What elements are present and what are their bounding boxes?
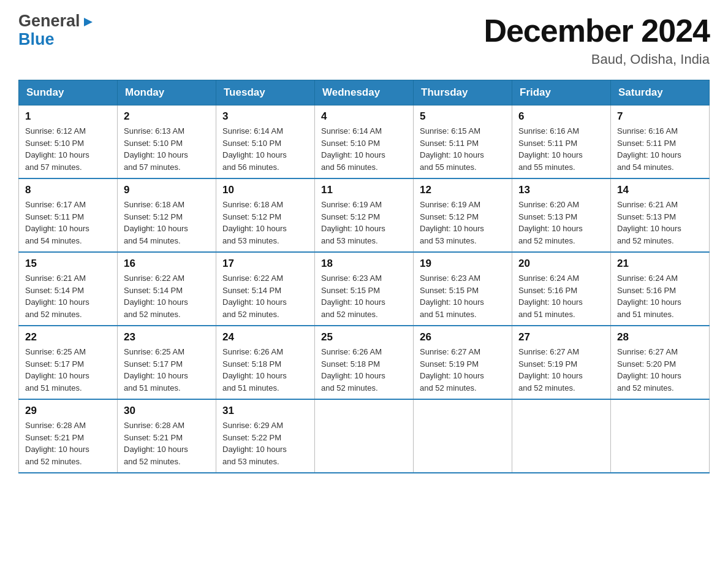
calendar-cell: 20 Sunrise: 6:24 AMSunset: 5:16 PMDaylig… (512, 252, 611, 326)
day-info: Sunrise: 6:22 AMSunset: 5:14 PMDaylight:… (222, 274, 287, 319)
day-info: Sunrise: 6:19 AMSunset: 5:12 PMDaylight:… (420, 200, 484, 245)
calendar-cell: 13 Sunrise: 6:20 AMSunset: 5:13 PMDaylig… (512, 178, 611, 252)
day-info: Sunrise: 6:18 AMSunset: 5:12 PMDaylight:… (124, 200, 188, 245)
day-number: 16 (124, 258, 210, 270)
calendar-week-row: 8 Sunrise: 6:17 AMSunset: 5:11 PMDayligh… (19, 178, 710, 252)
page-subtitle: Baud, Odisha, India (483, 52, 710, 67)
day-number: 7 (617, 110, 703, 123)
day-info: Sunrise: 6:28 AMSunset: 5:21 PMDaylight:… (25, 421, 89, 466)
day-info: Sunrise: 6:17 AMSunset: 5:11 PMDaylight:… (25, 200, 89, 245)
svg-marker-0 (84, 18, 93, 26)
day-info: Sunrise: 6:25 AMSunset: 5:17 PMDaylight:… (124, 347, 188, 393)
calendar-cell: 1 Sunrise: 6:12 AMSunset: 5:10 PMDayligh… (19, 105, 118, 179)
day-info: Sunrise: 6:16 AMSunset: 5:11 PMDaylight:… (617, 126, 681, 172)
calendar-cell: 4 Sunrise: 6:14 AMSunset: 5:10 PMDayligh… (315, 105, 414, 179)
column-header-monday: Monday (118, 80, 216, 105)
day-number: 6 (518, 110, 604, 123)
column-header-thursday: Thursday (414, 80, 512, 105)
calendar-cell: 15 Sunrise: 6:21 AMSunset: 5:14 PMDaylig… (19, 252, 118, 326)
day-info: Sunrise: 6:27 AMSunset: 5:20 PMDaylight:… (617, 347, 681, 393)
calendar-week-row: 29 Sunrise: 6:28 AMSunset: 5:21 PMDaylig… (19, 399, 710, 473)
calendar-cell: 22 Sunrise: 6:25 AMSunset: 5:17 PMDaylig… (19, 326, 118, 399)
calendar-cell: 14 Sunrise: 6:21 AMSunset: 5:13 PMDaylig… (611, 178, 710, 252)
day-number: 27 (518, 331, 604, 343)
day-number: 20 (518, 258, 604, 270)
day-number: 31 (222, 405, 308, 417)
calendar-cell: 25 Sunrise: 6:26 AMSunset: 5:18 PMDaylig… (315, 326, 414, 399)
day-info: Sunrise: 6:19 AMSunset: 5:12 PMDaylight:… (321, 200, 385, 245)
calendar-cell: 28 Sunrise: 6:27 AMSunset: 5:20 PMDaylig… (611, 326, 710, 399)
logo: General Blue (18, 12, 95, 48)
calendar-cell: 18 Sunrise: 6:23 AMSunset: 5:15 PMDaylig… (315, 252, 414, 326)
day-number: 3 (222, 110, 308, 123)
calendar-cell: 19 Sunrise: 6:23 AMSunset: 5:15 PMDaylig… (414, 252, 512, 326)
day-info: Sunrise: 6:18 AMSunset: 5:12 PMDaylight:… (222, 200, 287, 245)
day-number: 8 (25, 184, 111, 196)
page-title: December 2024 (483, 12, 710, 49)
calendar-cell (315, 399, 414, 473)
day-info: Sunrise: 6:26 AMSunset: 5:18 PMDaylight:… (222, 347, 287, 393)
day-number: 25 (321, 331, 407, 343)
logo-general-text: General (18, 12, 80, 31)
column-header-tuesday: Tuesday (216, 80, 315, 105)
day-info: Sunrise: 6:21 AMSunset: 5:14 PMDaylight:… (25, 274, 89, 319)
calendar-cell: 8 Sunrise: 6:17 AMSunset: 5:11 PMDayligh… (19, 178, 118, 252)
column-header-sunday: Sunday (19, 80, 118, 105)
day-number: 5 (420, 110, 506, 123)
calendar-cell: 12 Sunrise: 6:19 AMSunset: 5:12 PMDaylig… (414, 178, 512, 252)
page-header: General Blue December 2024 Baud, Odisha,… (18, 12, 710, 67)
day-info: Sunrise: 6:28 AMSunset: 5:21 PMDaylight:… (124, 421, 188, 466)
logo-arrow-icon (82, 15, 95, 29)
calendar-cell (512, 399, 611, 473)
calendar-header-row: SundayMondayTuesdayWednesdayThursdayFrid… (19, 80, 710, 105)
day-info: Sunrise: 6:22 AMSunset: 5:14 PMDaylight:… (124, 274, 188, 319)
day-number: 13 (518, 184, 604, 196)
calendar-cell: 29 Sunrise: 6:28 AMSunset: 5:21 PMDaylig… (19, 399, 118, 473)
logo-blue-text: Blue (18, 30, 55, 48)
calendar-week-row: 15 Sunrise: 6:21 AMSunset: 5:14 PMDaylig… (19, 252, 710, 326)
day-number: 22 (25, 331, 111, 343)
day-number: 30 (124, 405, 210, 417)
day-info: Sunrise: 6:12 AMSunset: 5:10 PMDaylight:… (25, 126, 89, 172)
calendar-cell: 11 Sunrise: 6:19 AMSunset: 5:12 PMDaylig… (315, 178, 414, 252)
calendar-cell: 21 Sunrise: 6:24 AMSunset: 5:16 PMDaylig… (611, 252, 710, 326)
calendar-week-row: 1 Sunrise: 6:12 AMSunset: 5:10 PMDayligh… (19, 105, 710, 179)
calendar-week-row: 22 Sunrise: 6:25 AMSunset: 5:17 PMDaylig… (19, 326, 710, 399)
day-number: 21 (617, 258, 703, 270)
calendar-cell: 16 Sunrise: 6:22 AMSunset: 5:14 PMDaylig… (118, 252, 216, 326)
column-header-friday: Friday (512, 80, 611, 105)
calendar-cell: 27 Sunrise: 6:27 AMSunset: 5:19 PMDaylig… (512, 326, 611, 399)
calendar-cell: 7 Sunrise: 6:16 AMSunset: 5:11 PMDayligh… (611, 105, 710, 179)
day-number: 14 (617, 184, 703, 196)
calendar-cell: 30 Sunrise: 6:28 AMSunset: 5:21 PMDaylig… (118, 399, 216, 473)
day-number: 9 (124, 184, 210, 196)
day-info: Sunrise: 6:23 AMSunset: 5:15 PMDaylight:… (321, 274, 385, 319)
calendar-cell: 26 Sunrise: 6:27 AMSunset: 5:19 PMDaylig… (414, 326, 512, 399)
day-info: Sunrise: 6:23 AMSunset: 5:15 PMDaylight:… (420, 274, 484, 319)
day-info: Sunrise: 6:27 AMSunset: 5:19 PMDaylight:… (420, 347, 484, 393)
day-number: 1 (25, 110, 111, 123)
calendar-cell: 24 Sunrise: 6:26 AMSunset: 5:18 PMDaylig… (216, 326, 315, 399)
day-number: 12 (420, 184, 506, 196)
calendar-cell: 2 Sunrise: 6:13 AMSunset: 5:10 PMDayligh… (118, 105, 216, 179)
day-info: Sunrise: 6:27 AMSunset: 5:19 PMDaylight:… (518, 347, 583, 393)
day-number: 24 (222, 331, 308, 343)
day-info: Sunrise: 6:13 AMSunset: 5:10 PMDaylight:… (124, 126, 188, 172)
calendar-cell (611, 399, 710, 473)
day-number: 29 (25, 405, 111, 417)
day-number: 11 (321, 184, 407, 196)
calendar-cell: 10 Sunrise: 6:18 AMSunset: 5:12 PMDaylig… (216, 178, 315, 252)
day-info: Sunrise: 6:14 AMSunset: 5:10 PMDaylight:… (222, 126, 287, 172)
day-number: 28 (617, 331, 703, 343)
calendar-cell: 31 Sunrise: 6:29 AMSunset: 5:22 PMDaylig… (216, 399, 315, 473)
day-number: 17 (222, 258, 308, 270)
day-info: Sunrise: 6:24 AMSunset: 5:16 PMDaylight:… (617, 274, 681, 319)
title-block: December 2024 Baud, Odisha, India (483, 12, 710, 67)
calendar-cell: 3 Sunrise: 6:14 AMSunset: 5:10 PMDayligh… (216, 105, 315, 179)
day-number: 19 (420, 258, 506, 270)
day-info: Sunrise: 6:26 AMSunset: 5:18 PMDaylight:… (321, 347, 385, 393)
calendar-cell: 23 Sunrise: 6:25 AMSunset: 5:17 PMDaylig… (118, 326, 216, 399)
calendar-cell: 5 Sunrise: 6:15 AMSunset: 5:11 PMDayligh… (414, 105, 512, 179)
day-info: Sunrise: 6:21 AMSunset: 5:13 PMDaylight:… (617, 200, 681, 245)
column-header-wednesday: Wednesday (315, 80, 414, 105)
